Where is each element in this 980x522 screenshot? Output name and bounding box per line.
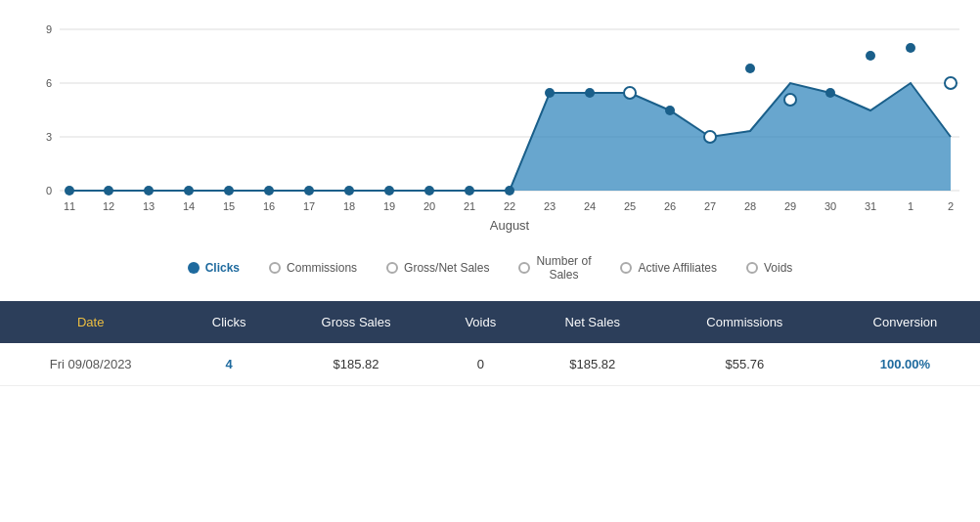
cell-gross-sales: $185.82 xyxy=(277,343,435,386)
col-date: Date xyxy=(0,301,181,343)
data-point xyxy=(745,64,755,73)
col-gross-sales: Gross Sales xyxy=(277,301,435,343)
data-point xyxy=(184,186,194,196)
data-point-hollow xyxy=(624,87,636,99)
svg-text:9: 9 xyxy=(46,23,52,35)
cell-commissions: $55.76 xyxy=(659,343,830,386)
table-row: Fri 09/08/2023 4 $185.82 0 $185.82 $55.7… xyxy=(0,343,980,386)
legend-label-number-sales: Number ofSales xyxy=(536,254,591,282)
chart-container: 9 6 3 0 xyxy=(0,0,980,291)
legend-dot-gross-net-sales xyxy=(386,262,398,274)
svg-text:14: 14 xyxy=(183,200,195,212)
table-body: Fri 09/08/2023 4 $185.82 0 $185.82 $55.7… xyxy=(0,343,980,386)
svg-text:25: 25 xyxy=(624,200,636,212)
chart-legend: Clicks Commissions Gross/Net Sales Numbe… xyxy=(20,235,960,291)
data-point xyxy=(906,43,915,53)
data-point xyxy=(505,186,514,196)
svg-text:31: 31 xyxy=(865,200,876,212)
legend-item-number-sales[interactable]: Number ofSales xyxy=(518,254,591,282)
svg-text:13: 13 xyxy=(143,200,155,212)
cell-clicks: 4 xyxy=(181,343,277,386)
legend-label-voids: Voids xyxy=(764,261,792,275)
legend-label-gross-net-sales: Gross/Net Sales xyxy=(404,261,489,275)
cell-voids: 0 xyxy=(435,343,525,386)
data-point-hollow xyxy=(784,94,796,106)
legend-dot-active-affiliates xyxy=(620,262,632,274)
data-point-hollow xyxy=(704,131,716,143)
svg-text:22: 22 xyxy=(504,200,515,212)
data-point xyxy=(545,88,555,98)
data-point-hollow xyxy=(945,77,957,89)
col-net-sales: Net Sales xyxy=(526,301,659,343)
col-commissions: Commissions xyxy=(659,301,830,343)
svg-text:29: 29 xyxy=(784,200,796,212)
legend-dot-number-sales xyxy=(518,262,530,274)
svg-text:30: 30 xyxy=(824,200,836,212)
data-point xyxy=(144,186,154,196)
svg-text:3: 3 xyxy=(46,131,52,143)
chart-area: 9 6 3 0 xyxy=(20,10,960,235)
data-point xyxy=(264,186,274,196)
svg-text:23: 23 xyxy=(544,200,556,212)
svg-text:0: 0 xyxy=(46,185,52,196)
svg-text:20: 20 xyxy=(423,200,435,212)
data-point xyxy=(585,88,595,98)
data-point xyxy=(424,186,434,196)
data-point xyxy=(384,186,394,196)
data-point xyxy=(65,186,74,196)
svg-text:2: 2 xyxy=(948,200,954,212)
cell-net-sales: $185.82 xyxy=(526,343,659,386)
legend-item-clicks[interactable]: Clicks xyxy=(188,261,240,275)
data-point xyxy=(304,186,314,196)
data-point xyxy=(224,186,234,196)
data-point xyxy=(866,51,875,61)
table-header: Date Clicks Gross Sales Voids Net Sales … xyxy=(0,301,980,343)
table-section: Date Clicks Gross Sales Voids Net Sales … xyxy=(0,301,980,386)
svg-text:August: August xyxy=(490,218,530,233)
svg-text:21: 21 xyxy=(464,200,475,212)
header-row: Date Clicks Gross Sales Voids Net Sales … xyxy=(0,301,980,343)
col-voids: Voids xyxy=(435,301,525,343)
legend-dot-voids xyxy=(746,262,758,274)
data-table: Date Clicks Gross Sales Voids Net Sales … xyxy=(0,301,980,386)
svg-text:24: 24 xyxy=(584,200,596,212)
svg-text:18: 18 xyxy=(343,200,355,212)
svg-text:6: 6 xyxy=(46,77,52,89)
svg-text:19: 19 xyxy=(383,200,395,212)
data-point xyxy=(104,186,113,196)
svg-text:11: 11 xyxy=(64,200,75,212)
legend-label-commissions: Commissions xyxy=(287,261,357,275)
data-point xyxy=(344,186,354,196)
legend-label-active-affiliates: Active Affiliates xyxy=(638,261,716,275)
chart-svg: 9 6 3 0 xyxy=(20,10,960,235)
data-point xyxy=(825,88,835,98)
svg-text:17: 17 xyxy=(303,200,315,212)
legend-dot-clicks xyxy=(188,262,200,274)
legend-dot-commissions xyxy=(269,262,281,274)
cell-conversion: 100.00% xyxy=(830,343,980,386)
legend-label-clicks: Clicks xyxy=(205,261,240,275)
col-clicks: Clicks xyxy=(181,301,277,343)
svg-text:12: 12 xyxy=(103,200,114,212)
data-point xyxy=(465,186,474,196)
col-conversion: Conversion xyxy=(830,301,980,343)
cell-date: Fri 09/08/2023 xyxy=(0,343,181,386)
svg-text:15: 15 xyxy=(223,200,235,212)
svg-text:27: 27 xyxy=(704,200,716,212)
legend-item-active-affiliates[interactable]: Active Affiliates xyxy=(620,261,716,275)
svg-text:16: 16 xyxy=(263,200,275,212)
legend-item-voids[interactable]: Voids xyxy=(746,261,792,275)
svg-text:1: 1 xyxy=(908,200,913,212)
data-point xyxy=(665,106,675,115)
legend-item-gross-net-sales[interactable]: Gross/Net Sales xyxy=(386,261,489,275)
svg-text:28: 28 xyxy=(744,200,756,212)
legend-item-commissions[interactable]: Commissions xyxy=(269,261,357,275)
svg-text:26: 26 xyxy=(664,200,676,212)
